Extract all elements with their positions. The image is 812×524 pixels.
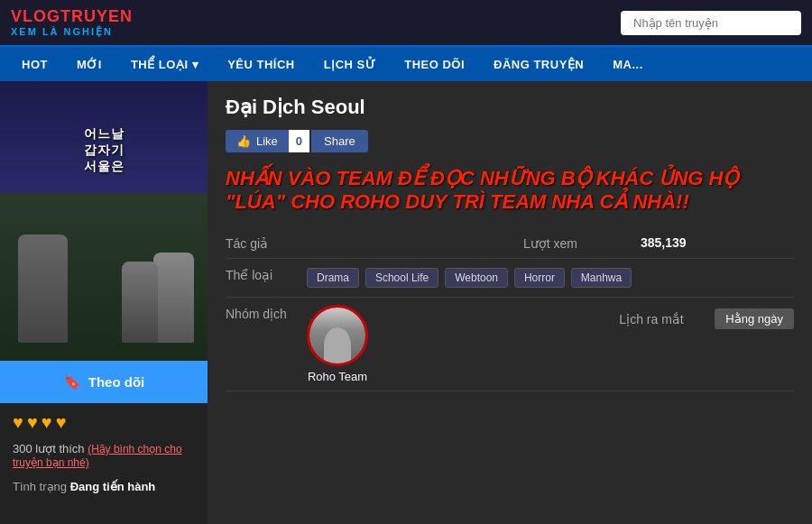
the-loai-row: Thể loại Drama School Life Webtoon Horro…: [226, 259, 794, 298]
star-3[interactable]: ♥: [42, 412, 52, 433]
search-input[interactable]: [621, 11, 801, 35]
tinh-trang-value: Đang tiến hành: [70, 480, 156, 493]
translator-info[interactable]: Roho Team: [307, 305, 368, 383]
like-label: Like: [256, 134, 278, 148]
manga-cover: ROHOTEAM VLOGTRUYENXEM LÀ NGHIỆN 어느날갑자기서…: [0, 81, 208, 361]
like-count: 0: [289, 130, 309, 152]
avatar-image: [309, 308, 365, 363]
status-section: Tình trạng Đang tiến hành: [0, 473, 208, 501]
theo-doi-label: Theo dõi: [88, 374, 145, 390]
translator-name: Roho Team: [308, 370, 367, 383]
nav-hot[interactable]: HOT: [7, 47, 62, 81]
cover-image: ROHOTEAM VLOGTRUYENXEM LÀ NGHIỆN 어느날갑자기서…: [0, 81, 208, 361]
share-button[interactable]: Share: [311, 130, 368, 152]
header: VLOGTRUYEN XEM LÀ NGHIỆN: [0, 0, 812, 47]
nhom-dich-label: Nhóm dịch: [226, 305, 307, 321]
star-2[interactable]: ♥: [27, 412, 38, 433]
left-panel: ROHOTEAM VLOGTRUYENXEM LÀ NGHIỆN 어느날갑자기서…: [0, 81, 208, 524]
star-4[interactable]: ♥: [56, 412, 67, 433]
lich-ra-mat-label: Lịch ra mắt: [619, 310, 700, 326]
luot-xem-value: 385,139: [641, 235, 687, 250]
nav-moi[interactable]: MỚI: [62, 47, 116, 81]
logo-bottom: XEM LÀ NGHIỆN: [11, 26, 113, 38]
tag-webtoon[interactable]: Webtoon: [445, 268, 508, 288]
lich-ra-mat-container: Lịch ra mắt Hằng ngày: [368, 305, 794, 329]
nhom-dich-row: Nhóm dịch Roho Team: [226, 298, 794, 391]
bookmark-icon: 🔖: [63, 373, 81, 391]
main-content: ROHOTEAM VLOGTRUYENXEM LÀ NGHIỆN 어느날갑자기서…: [0, 81, 812, 524]
nhom-dich-container: Roho Team: [307, 305, 368, 383]
tac-gia-row: Tác giả Lượt xem 385,139: [226, 227, 794, 259]
nav-theloai[interactable]: THỂ LOẠI ▾: [116, 47, 213, 81]
nav-dangtryen[interactable]: ĐĂNG TRUYỆN: [479, 47, 598, 81]
nav-theodoi[interactable]: THEO DÕI: [390, 47, 479, 81]
action-buttons: 👍 Like 0 Share: [226, 130, 794, 152]
announcement-text: NHẤN VÀO TEAM ĐỂ ĐỌC NHỮNG BỘ KHÁC ỦNG H…: [226, 167, 794, 215]
tag-drama[interactable]: Drama: [307, 268, 359, 288]
nav-bar: HOT MỚI THỂ LOẠI ▾ YÊU THÍCH LỊCH SỬ THE…: [0, 47, 812, 81]
thumbs-up-icon: 👍: [236, 134, 251, 148]
tag-school[interactable]: School Life: [365, 268, 438, 288]
translator-avatar: [307, 305, 368, 366]
likes-count: 300 lượt thích: [13, 442, 85, 455]
tinh-trang-label: Tình trạng: [13, 480, 67, 493]
nav-yeuthich[interactable]: YÊU THÍCH: [213, 47, 309, 81]
tac-gia-label: Tác giả: [226, 234, 307, 251]
right-panel: Đại Dịch Seoul 👍 Like 0 Share NHẤN VÀO T…: [208, 81, 812, 524]
lich-ra-mat-value: Hằng ngày: [715, 308, 794, 329]
nav-lichsu[interactable]: LỊCH SỬ: [309, 47, 391, 81]
stars-row: ♥ ♥ ♥ ♥: [0, 403, 208, 438]
the-loai-label: Thể loại: [226, 266, 307, 282]
info-table: Tác giả Lượt xem 385,139 Thể loại Drama …: [226, 227, 794, 391]
tag-manhwa[interactable]: Manhwa: [571, 268, 632, 288]
tags-container: Drama School Life Webtoon Horror Manhwa: [307, 266, 794, 290]
logo-top: VLOGTRUYEN: [11, 7, 133, 26]
manga-title: Đại Dịch Seoul: [226, 96, 794, 119]
luot-xem-label: Lượt xem: [523, 234, 604, 251]
logo: VLOGTRUYEN XEM LÀ NGHIỆN: [11, 7, 133, 38]
like-button[interactable]: 👍 Like: [226, 130, 289, 152]
theo-doi-button[interactable]: 🔖 Theo dõi: [0, 361, 208, 403]
nav-more[interactable]: MA...: [598, 47, 658, 81]
star-1[interactable]: ♥: [13, 412, 23, 433]
tag-horror[interactable]: Horror: [514, 268, 565, 288]
likes-section: 300 lượt thích (Hãy bình chọn cho truyện…: [0, 438, 208, 473]
